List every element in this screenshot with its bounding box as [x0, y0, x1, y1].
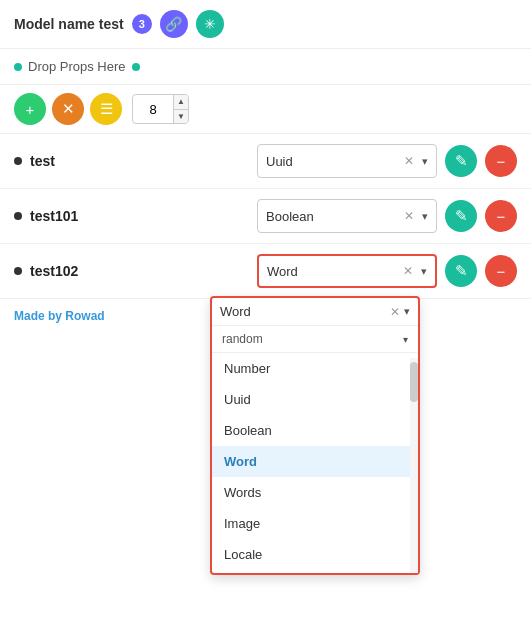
delete-button-test[interactable]: − [485, 145, 517, 177]
field-dot-test102 [14, 267, 22, 275]
select-arrow-test102: ▾ [421, 265, 427, 278]
field-dot-test101 [14, 212, 22, 220]
field-name-test102: test102 [30, 263, 249, 279]
dropdown-category-header: random ▾ [212, 326, 418, 353]
select-test102: Word ✕ ▾ [257, 254, 437, 288]
dropdown-item-word[interactable]: Word [212, 446, 410, 477]
drop-zone[interactable]: Drop Props Here [0, 49, 531, 85]
list-button[interactable]: ☰ [90, 93, 122, 125]
delete-button-test102[interactable]: − [485, 255, 517, 287]
select-test: Uuid ✕ ▾ [257, 144, 437, 178]
select-clear-test102[interactable]: ✕ [403, 264, 413, 278]
count-input-wrapper: ▲ ▼ [132, 94, 189, 124]
edit-button-test[interactable]: ✎ [445, 145, 477, 177]
dropdown-category-label: random [222, 332, 403, 346]
dropdown-item-locale[interactable]: Locale [212, 539, 410, 570]
field-dot-test [14, 157, 22, 165]
header: Model name test 3 🔗 ✳ [0, 0, 531, 49]
edit-button-test101[interactable]: ✎ [445, 200, 477, 232]
model-title: Model name test [14, 16, 124, 32]
select-value-test: Uuid [266, 154, 293, 169]
select-arrow-test: ▾ [422, 155, 428, 168]
select-clear-test101[interactable]: ✕ [404, 209, 414, 223]
drop-label: Drop Props Here [28, 59, 126, 74]
select-arrow-test101: ▾ [422, 210, 428, 223]
spinner: ▲ ▼ [173, 94, 188, 124]
delete-button-test101[interactable]: − [485, 200, 517, 232]
select-test101: Boolean ✕ ▾ [257, 199, 437, 233]
wrench-button[interactable]: ✕ [52, 93, 84, 125]
scrollbar-track[interactable] [410, 358, 418, 573]
dropdown-clear-icon[interactable]: ✕ [390, 305, 400, 319]
select-box-test101[interactable]: Boolean ✕ ▾ [257, 199, 437, 233]
select-value-test101: Boolean [266, 209, 314, 224]
field-row-test102: test102 Word ✕ ▾ ✎ − [0, 244, 531, 299]
dropdown-list: Number Uuid Boolean Word Words Image Loc… [212, 353, 418, 573]
select-box-test102[interactable]: Word ✕ ▾ [257, 254, 437, 288]
add-button[interactable]: + [14, 93, 46, 125]
select-value-test102: Word [267, 264, 298, 279]
dropdown-item-image[interactable]: Image [212, 508, 410, 539]
footer-brand: Rowad [65, 309, 104, 323]
link-icon-button[interactable]: 🔗 [160, 10, 188, 38]
dot-left [14, 63, 22, 71]
dropdown-header-arrow-icon: ▾ [403, 334, 408, 345]
dropdown-search-input[interactable] [220, 304, 390, 319]
toolbar: + ✕ ☰ ▲ ▼ [0, 85, 531, 134]
dropdown-item-boolean[interactable]: Boolean [212, 415, 410, 446]
dropdown-search-row: ✕ ▾ [212, 298, 418, 326]
dropdown-item-uuid[interactable]: Uuid [212, 384, 410, 415]
dropdown-item-words[interactable]: Words [212, 477, 410, 508]
star-icon-button[interactable]: ✳ [196, 10, 224, 38]
badge-count: 3 [132, 14, 152, 34]
spinner-up[interactable]: ▲ [174, 94, 188, 110]
edit-button-test102[interactable]: ✎ [445, 255, 477, 287]
field-name-test: test [30, 153, 249, 169]
field-row-test101: test101 Boolean ✕ ▾ ✎ − [0, 189, 531, 244]
count-input[interactable] [133, 102, 173, 117]
field-name-test101: test101 [30, 208, 249, 224]
footer-prefix: Made by [14, 309, 65, 323]
spinner-down[interactable]: ▼ [174, 110, 188, 125]
dropdown-item-alpha-numeric[interactable]: Alpha Numeric [212, 570, 410, 573]
scrollbar-thumb[interactable] [410, 362, 418, 402]
dropdown-arrow-icon: ▾ [404, 305, 410, 318]
dropdown-overlay: ✕ ▾ random ▾ Number Uuid Boolean Word Wo… [210, 296, 420, 575]
dot-right [132, 63, 140, 71]
select-box-test[interactable]: Uuid ✕ ▾ [257, 144, 437, 178]
dropdown-item-number[interactable]: Number [212, 353, 410, 384]
select-clear-test[interactable]: ✕ [404, 154, 414, 168]
field-row-test: test Uuid ✕ ▾ ✎ − [0, 134, 531, 189]
